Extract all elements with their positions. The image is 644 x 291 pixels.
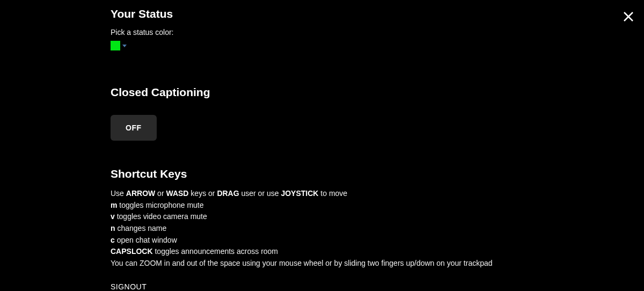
status-section: Your Status Pick a status color: [111,8,644,53]
status-color-label: Pick a status color: [111,28,644,37]
closed-captioning-section: Closed Captioning OFF [111,86,644,141]
close-icon [623,11,634,23]
shortcut-move: Use ARROW or WASD keys or DRAG user or u… [111,188,644,200]
status-color-swatch [111,41,120,50]
cc-heading: Closed Captioning [111,86,644,99]
signout-link[interactable]: SIGNOUT [111,282,147,291]
status-heading: Your Status [111,8,644,20]
shortcut-name: n changes name [111,223,644,235]
status-color-picker[interactable] [111,41,127,50]
shortcut-video: v toggles video camera mute [111,211,644,223]
chevron-down-icon [122,45,127,47]
shortcut-zoom: You can ZOOM in and out of the space usi… [111,258,644,270]
shortcut-capslock: CAPSLOCK toggles announcements across ro… [111,246,644,258]
cc-toggle-button[interactable]: OFF [111,115,157,141]
shortcuts-heading: Shortcut Keys [111,168,644,180]
close-button[interactable] [623,11,634,23]
shortcut-chat: c open chat window [111,235,644,246]
shortcut-keys-section: Shortcut Keys Use ARROW or WASD keys or … [111,168,644,291]
shortcut-mic: m toggles microphone mute [111,200,644,212]
